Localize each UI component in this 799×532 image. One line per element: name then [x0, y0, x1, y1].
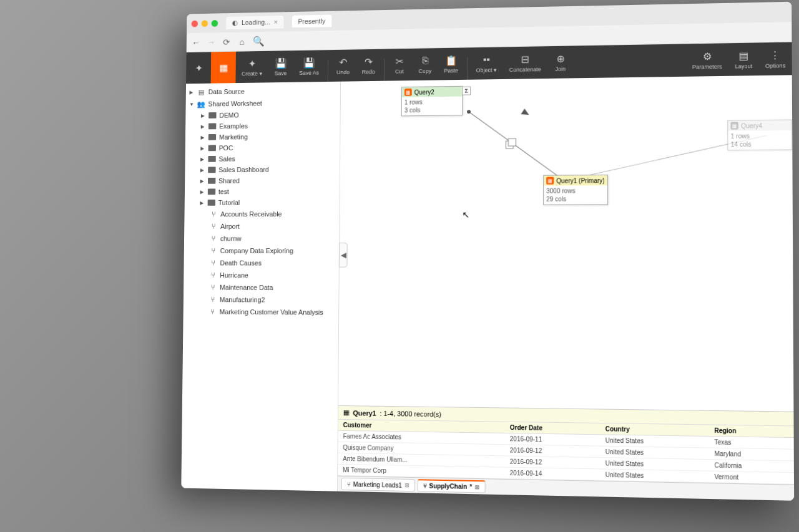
window-close-button[interactable] — [192, 20, 198, 27]
table-cell: 2016-09-14 — [505, 467, 600, 480]
cut-button[interactable]: ✂Cut — [386, 49, 412, 81]
home-icon[interactable]: ⌂ — [237, 37, 247, 47]
sidebar-worksheet[interactable]: ⑂Maintenance Data — [184, 281, 339, 294]
svg-point-1 — [467, 110, 471, 114]
save-button[interactable]: 💾Save — [268, 51, 293, 82]
sidebar-folder[interactable]: ▶Sales Dashboard — [185, 163, 340, 175]
layout-icon: ▤ — [738, 49, 748, 62]
folder-icon — [208, 112, 216, 118]
node-cols: 29 cols — [546, 195, 605, 203]
node-rows: 1 rows — [730, 132, 789, 140]
close-icon[interactable]: ⊠ — [474, 484, 479, 490]
datasource-icon: ▤ — [197, 88, 205, 97]
sigma-badge[interactable]: Σ — [462, 87, 471, 95]
node-title: Query4 — [741, 122, 762, 130]
sidebar-folder[interactable]: ▶Sales — [185, 152, 340, 164]
sidebar: ▶ ▤ Data Source ▼ 👥 Shared Worksheet ▶DE… — [181, 82, 341, 491]
module-button[interactable]: ▦ — [211, 52, 236, 84]
forward-icon[interactable]: → — [207, 37, 216, 47]
redo-button[interactable]: ↷Redo — [356, 49, 381, 82]
sidebar-worksheet[interactable]: ⑂Airport — [184, 220, 339, 233]
sidebar-folder[interactable]: ▶Marketing — [185, 130, 340, 143]
table-cell: California — [709, 460, 794, 473]
gear-icon: ⋮ — [770, 49, 781, 62]
sidebar-worksheet[interactable]: ⑂Marketing Customer Value Analysis — [184, 306, 339, 319]
sidebar-item-label: Manufacturing2 — [220, 296, 265, 303]
sidebar-worksheet[interactable]: ⑂Company Data Exploring — [184, 244, 339, 257]
worksheet-tab[interactable]: ⑂ Marketing Leads1 ⊠ — [341, 478, 415, 491]
copy-button[interactable]: ⎘Copy — [412, 48, 438, 80]
options-button[interactable]: ⋮Options — [758, 42, 792, 76]
sidebar-worksheet[interactable]: ⑂Hurricane — [184, 269, 339, 281]
sidebar-item-label: Tutorial — [218, 199, 240, 206]
worksheet-icon: ⑂ — [208, 283, 217, 292]
logo-button[interactable]: ✦ — [186, 52, 211, 84]
join-button[interactable]: ⊕Join — [547, 46, 574, 79]
sidebar-worksheet[interactable]: ⑂churnw — [184, 232, 339, 244]
back-icon[interactable]: ← — [191, 37, 200, 47]
column-header[interactable]: Order Date — [505, 422, 600, 435]
layout-button[interactable]: ▤Layout — [728, 42, 759, 75]
concatenate-button[interactable]: ⊟Concatenate — [503, 46, 547, 79]
chevron-right-icon: ▶ — [200, 189, 205, 195]
sidebar-item-label: test — [218, 188, 229, 195]
window-maximize-button[interactable] — [212, 20, 218, 27]
folder-icon — [208, 134, 216, 140]
worksheet-icon: ⑂ — [209, 235, 217, 243]
sidebar-worksheet[interactable]: ⑂Death Causes — [184, 257, 338, 269]
tab-label: SupplyChain — [429, 483, 467, 490]
sidebar-worksheet[interactable]: ⑂Accounts Receivable — [184, 208, 339, 220]
table-icon: ▦ — [404, 89, 412, 96]
sidebar-item-label: Sales Dashboard — [218, 166, 269, 173]
close-icon[interactable]: ⊠ — [404, 482, 409, 488]
create-button[interactable]: ✦Create ▾ — [235, 51, 268, 83]
sidebar-item-label: DEMO — [219, 112, 238, 119]
table-cell: Maryland — [709, 448, 794, 461]
object-button[interactable]: ▪▪Object ▾ — [470, 47, 503, 79]
sidebar-item-label: Marketing — [219, 133, 248, 140]
concatenate-icon: ⊟ — [521, 53, 529, 65]
sidebar-folder[interactable]: ▶POC — [185, 142, 340, 154]
sidebar-worksheet[interactable]: ⑂Manufacturing2 — [184, 293, 339, 306]
paste-button[interactable]: 📋Paste — [438, 47, 465, 80]
sidebar-item-label: Airport — [220, 223, 240, 230]
query-node-query4[interactable]: ▦Query4 1 rows14 cols — [727, 120, 792, 151]
people-icon: 👥 — [197, 100, 205, 109]
sidebar-collapse-handle[interactable]: ◀ — [339, 243, 348, 268]
query-node-query2[interactable]: ▦Query2 Σ 1 rows3 cols — [401, 86, 463, 117]
scissors-icon: ✂ — [396, 55, 404, 67]
search-icon: 🔍 — [253, 36, 265, 47]
browser-tab-loading[interactable]: ◐ Loading... × — [226, 16, 283, 29]
tab-close-icon[interactable]: × — [274, 18, 278, 26]
cursor-icon: ↖ — [462, 210, 469, 220]
sidebar-item-label: Hurricane — [220, 271, 248, 279]
node-title: Query1 (Primary) — [556, 177, 604, 184]
worksheet-icon: ⑂ — [209, 246, 217, 255]
folder-icon — [208, 156, 215, 162]
parameters-button[interactable]: ⚙Parameters — [686, 43, 728, 76]
sidebar-item-label: POC — [219, 144, 233, 152]
sidebar-item-label: Shared Worksheet — [208, 100, 262, 108]
worksheet-tab-active[interactable]: ⑂ SupplyChain * ⊠ — [417, 479, 485, 493]
sidebar-folder[interactable]: ▶Shared — [185, 175, 340, 186]
save-as-button[interactable]: 💾Save As — [293, 50, 325, 82]
sidebar-item-label: Company Data Exploring — [220, 247, 293, 254]
window-minimize-button[interactable] — [202, 20, 208, 27]
query-node-query1[interactable]: ▦Query1 (Primary) 3000 rows29 cols — [543, 175, 608, 205]
table-icon: ▦ — [343, 409, 350, 417]
sidebar-folder[interactable]: ▶test — [185, 185, 340, 197]
column-header[interactable]: Region — [709, 425, 794, 437]
sidebar-item-label: Maintenance Data — [220, 284, 273, 291]
sidebar-item-label: Accounts Receivable — [220, 210, 282, 218]
canvas[interactable]: ◀ ▦Query2 Σ 1 rows3 cols ▦Query1 (Primar… — [338, 75, 793, 411]
chevron-right-icon: ▶ — [200, 145, 205, 151]
unsaved-indicator: * — [469, 483, 472, 490]
object-icon: ▪▪ — [483, 54, 490, 66]
reload-icon[interactable]: ⟳ — [222, 37, 231, 47]
sidebar-folder[interactable]: ▶Tutorial — [185, 196, 340, 208]
undo-button[interactable]: ↶Undo — [330, 49, 356, 81]
browser-tab-presently[interactable]: Presently — [292, 15, 331, 28]
node-title: Query2 — [414, 89, 434, 95]
node-rows: 1 rows — [404, 98, 459, 107]
worksheet-icon: ⑂ — [208, 295, 217, 304]
